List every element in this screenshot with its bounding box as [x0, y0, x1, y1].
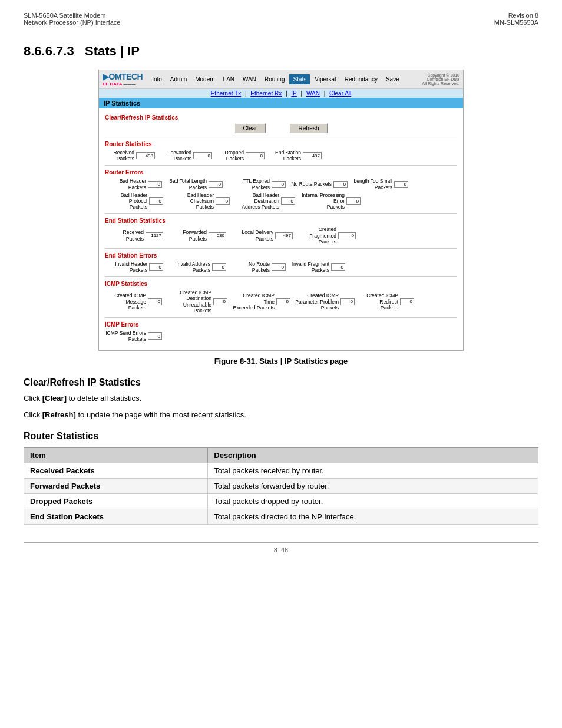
ttl-expired: TTL Expired Packets — [227, 178, 286, 190]
no-route-packets: No Route Packets — [290, 178, 348, 190]
header-left-line2: Network Processor (NP) Interface — [24, 19, 120, 26]
footer: 8–48 — [24, 542, 538, 554]
invalid-fragment: Invalid FragmentPackets — [290, 261, 345, 273]
received-packets-value[interactable] — [136, 152, 155, 159]
sub-nav-clear-all[interactable]: Clear All — [329, 90, 351, 97]
section-number: 8.6.6.7.3 — [24, 44, 74, 58]
icmp-errors-label: ICMP Errors — [105, 321, 457, 328]
refresh-button[interactable]: Refresh — [289, 123, 328, 133]
invalid-header: Invalid Header Packets — [105, 261, 163, 273]
nav-item-modem[interactable]: Modem — [191, 74, 218, 84]
clear-refresh-section: Clear/Refresh IP Statistics Clear Refres… — [105, 114, 457, 133]
icmp-param-problem: Created ICMPParameter ProblemPackets — [295, 289, 355, 314]
figure-caption: Figure 8-31. Stats | IP Statistics page — [24, 357, 538, 365]
nav-item-admin[interactable]: Admin — [167, 74, 190, 84]
table-cell-item: Received Packets — [24, 463, 208, 479]
bad-header-dest: Bad Header DestinationAddress Packets — [234, 192, 295, 210]
sub-nav-wan[interactable]: WAN — [306, 90, 320, 97]
section-heading: 8.6.6.7.3 Stats | IP — [24, 44, 538, 59]
sub-nav-ethernet-tx[interactable]: Ethernet Tx — [211, 90, 242, 97]
nav-item-vipersat[interactable]: Vipersat — [311, 74, 340, 84]
es-created-fragmented: Created FragmentedPackets — [297, 226, 356, 245]
table-row: Forwarded PacketsTotal packets forwarded… — [24, 479, 538, 494]
header-left-line1: SLM-5650A Satellite Modem — [24, 12, 120, 19]
nav-item-routing[interactable]: Routing — [261, 74, 288, 84]
btn-row: Clear Refresh — [105, 123, 457, 133]
internal-processing: Internal Processing ErrorPackets — [300, 192, 361, 210]
header-right-line1: Revision 8 — [494, 12, 538, 19]
table-row: End Station PacketsTotal packets directe… — [24, 509, 538, 525]
end-station-packets-stat: End StationPackets — [270, 150, 322, 162]
logo-area: ▶OMTECH EF DATA ▬▬▬ — [103, 72, 143, 87]
es-local-delivery: Local Delivery Packets — [231, 226, 293, 245]
table-cell-description: Total packets dropped by router. — [208, 494, 538, 509]
end-station-packets-label: End StationPackets — [270, 150, 301, 162]
table-cell-item: Dropped Packets — [24, 494, 208, 509]
end-station-stats-label: End Station Statistics — [105, 218, 457, 224]
table-cell-description: Total packets received by router. — [208, 463, 538, 479]
router-stats-label: Router Statistics — [105, 141, 457, 147]
section-title: Stats | IP — [85, 44, 140, 58]
nav-item-wan[interactable]: WAN — [239, 74, 260, 84]
bad-total-length: Bad Total LengthPackets — [167, 178, 223, 190]
end-station-stats-section: End Station Statistics Received Packets … — [105, 218, 457, 245]
table-header-description: Description — [208, 448, 538, 463]
table-cell-description: Total packets forwarded by router. — [208, 479, 538, 494]
router-stats-table: Item Description Received PacketsTotal p… — [24, 447, 538, 525]
logo-ef: EF DATA ▬▬▬ — [103, 81, 143, 87]
clear-refresh-title: Clear/Refresh IP Statistics — [24, 377, 538, 388]
nav-item-redundancy[interactable]: Redundancy — [341, 74, 381, 84]
dropped-packets-label: DroppedPackets — [218, 150, 244, 162]
nav-item-lan[interactable]: LAN — [220, 74, 238, 84]
page-title: IP Statistics — [99, 98, 463, 108]
nav-item-info[interactable]: Info — [148, 74, 166, 84]
bad-header-checksum: Bad Header ChecksumPackets — [168, 192, 230, 210]
received-packets-stat: ReceivedPackets — [105, 150, 155, 162]
clear-refresh-label: Clear/Refresh IP Statistics — [105, 114, 457, 121]
router-errors-label: Router Errors — [105, 169, 457, 176]
es-forwarded-packets: Forwarded Packets — [168, 226, 226, 245]
table-row: Dropped PacketsTotal packets dropped by … — [24, 494, 538, 509]
nav-item-save[interactable]: Save — [382, 74, 403, 84]
doc-header: SLM-5650A Satellite Modem Network Proces… — [24, 12, 538, 26]
end-station-errors-label: End Station Errors — [105, 252, 457, 259]
header-right: Revision 8 MN-SLM5650A — [494, 12, 538, 26]
forwarded-packets-value[interactable] — [193, 152, 212, 159]
refresh-para: Click [Refresh] to update the page with … — [24, 409, 538, 421]
icmp-errors-section: ICMP Errors ICMP Send ErrorsPackets — [105, 321, 457, 342]
sub-nav-ip[interactable]: IP — [291, 90, 296, 97]
table-row: Received PacketsTotal packets received b… — [24, 463, 538, 479]
clear-para: Click [Clear] to delete all statistics. — [24, 393, 538, 404]
received-packets-label: ReceivedPackets — [105, 150, 134, 162]
length-too-small: Length Too SmallPackets — [352, 178, 408, 190]
page-number: 8–48 — [274, 546, 288, 554]
screenshot-container: ▶OMTECH EF DATA ▬▬▬ Info Admin Modem LAN… — [98, 70, 464, 351]
table-cell-item: End Station Packets — [24, 509, 208, 525]
logo-text: ▶OMTECH — [103, 72, 143, 81]
icmp-time-exceeded: Created ICMP TimeExceeded Packets — [232, 289, 290, 314]
table-header-item: Item — [24, 448, 208, 463]
header-left: SLM-5650A Satellite Modem Network Proces… — [24, 12, 120, 26]
router-stats-title: Router Statistics — [24, 431, 538, 442]
table-cell-description: Total packets directed to the NP Interfa… — [208, 509, 538, 525]
dropped-packets-stat: DroppedPackets — [218, 150, 265, 162]
forwarded-packets-stat: ForwardedPackets — [161, 150, 212, 162]
router-stats-section: Router Statistics ReceivedPackets Forwar… — [105, 141, 457, 162]
invalid-address: Invalid Address Packets — [168, 261, 226, 273]
router-errors-section: Router Errors Bad Header Packets Bad Tot… — [105, 169, 457, 210]
icmp-stats-label: ICMP Statistics — [105, 281, 457, 287]
sub-nav-ethernet-rx[interactable]: Ethernet Rx — [250, 90, 282, 97]
table-cell-item: Forwarded Packets — [24, 479, 208, 494]
bad-header-protocol: Bad Header ProtocolPackets — [105, 192, 163, 210]
end-station-errors-section: End Station Errors Invalid Header Packet… — [105, 252, 457, 273]
end-station-packets-value[interactable] — [303, 152, 322, 159]
header-right-line2: MN-SLM5650A — [494, 19, 538, 26]
forwarded-packets-label: ForwardedPackets — [161, 150, 191, 162]
ese-no-route: No Route Packets — [231, 261, 286, 273]
clear-button[interactable]: Clear — [234, 123, 266, 133]
nav-item-stats[interactable]: Stats — [289, 74, 310, 84]
icmp-dest-unreachable: Created ICMPDestination UnreachablePacke… — [167, 289, 227, 314]
icmp-redirect: Created ICMP RedirectPackets — [359, 289, 414, 314]
dropped-packets-value[interactable] — [246, 152, 265, 159]
icmp-stats-section: ICMP Statistics Created ICMP MessagePack… — [105, 281, 457, 314]
